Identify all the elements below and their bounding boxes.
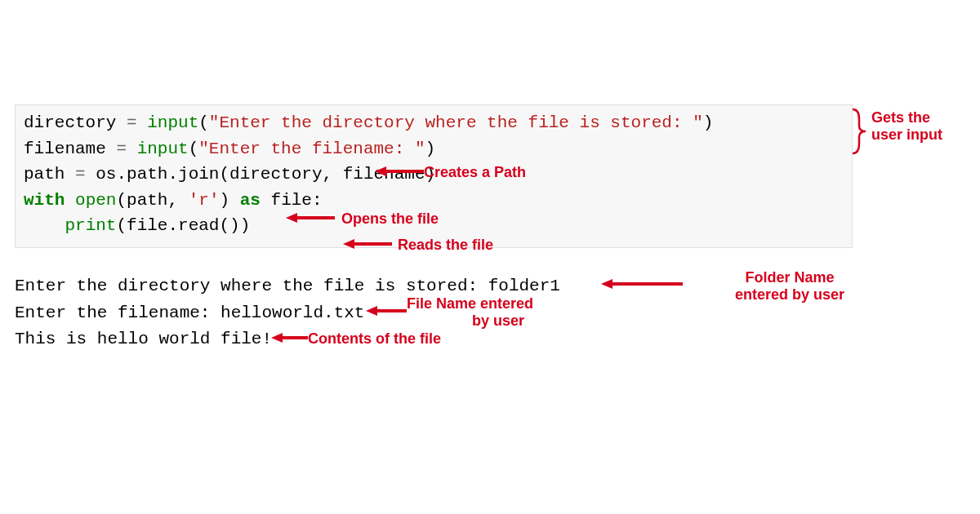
- code-line-1: directory = input("Enter the directory w…: [24, 110, 844, 136]
- annotation-contents: Contents of the file: [308, 330, 441, 348]
- annotation-creates-path: Creates a Path: [424, 164, 526, 181]
- annotation-user-input: Gets theuser input: [871, 109, 942, 144]
- output-line-3: This is hello world file!: [15, 326, 560, 353]
- brace-icon: [851, 108, 869, 155]
- code-line-5: with open(path, 'r') as file:: [24, 188, 844, 214]
- arrow-icon: [601, 276, 683, 292]
- code-line-2: filename = input("Enter the filename: "): [24, 136, 844, 162]
- annotation-reads-file: Reads the file: [398, 237, 493, 254]
- svg-marker-7: [601, 279, 612, 289]
- annotation-folder-name: Folder Nameentered by user: [735, 269, 844, 304]
- annotation-file-name: File Name enteredby user: [407, 295, 533, 330]
- annotation-opens-file: Opens the file: [341, 210, 439, 228]
